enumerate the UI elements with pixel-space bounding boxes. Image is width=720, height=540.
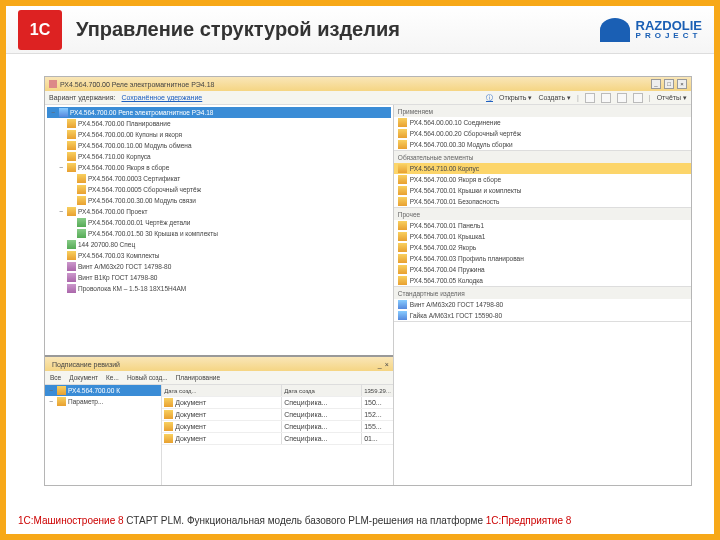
section-item[interactable]: РХ4.564.700.01 Панель1	[394, 220, 691, 231]
panel-tool[interactable]: Планирование	[174, 374, 222, 381]
grid-header: Дата созд...Дата созда1359.29...	[162, 385, 393, 397]
item-icon	[398, 243, 407, 252]
logo-1c	[18, 10, 62, 50]
section-item[interactable]: РХ4.564.700.04 Пружина	[394, 264, 691, 275]
tree-row[interactable]: РХ4.564.700.00.01 Чертёж детали	[47, 217, 391, 228]
maximize-button[interactable]: □	[664, 79, 674, 89]
tree-row[interactable]: РХ4.564.700.0005 Сборочный чертёж	[47, 184, 391, 195]
create-menu[interactable]: Создать ▾	[538, 94, 571, 102]
grid-row[interactable]: ДокументСпецифика...152...	[162, 409, 393, 421]
tree-row[interactable]: 144 20700.80 Спец	[47, 239, 391, 250]
tree-row[interactable]: РХ4.564.710.00 Корпуса	[47, 151, 391, 162]
razdolie-icon	[600, 18, 630, 42]
tree-row[interactable]: −РХ4.564.700.00 Проект	[47, 206, 391, 217]
section-item[interactable]: РХ4.564.700.01 Крышки и комплекты	[394, 185, 691, 196]
item-icon	[398, 118, 407, 127]
item-icon	[398, 276, 407, 285]
panel-tool[interactable]: Новый созд...	[125, 374, 170, 381]
section-item[interactable]: РХ4.564.00.00.20 Сборочный чертёж	[394, 128, 691, 139]
tree-row[interactable]: РХ4.564.700.0003 Сертификат	[47, 173, 391, 184]
logo-razdolie: RAZDOLIEPROJECT	[600, 18, 702, 42]
section-item[interactable]: Винт А/М63х20 ГОСТ 14798-80	[394, 299, 691, 310]
item-icon	[398, 221, 407, 230]
item-icon	[398, 197, 407, 206]
item-icon	[398, 265, 407, 274]
toolbar-link[interactable]: Сохранённое удержание	[122, 94, 203, 101]
open-menu[interactable]: Открыть ▾	[499, 94, 532, 102]
app-icon	[49, 80, 57, 88]
tree-row[interactable]: −РХ4.564.700.00 Якоря в сборе	[47, 162, 391, 173]
slide-title: Управление структурой изделия	[76, 18, 600, 41]
section-header: Прочее	[394, 208, 691, 220]
panel-tree-row[interactable]: −Параметр...	[45, 396, 161, 407]
folder-icon	[77, 174, 86, 183]
app-window: РХ4.564.700.00 Реле электромагнитное РЭ4…	[44, 76, 692, 486]
section-item[interactable]: РХ4.564.710.00 Корпус	[394, 163, 691, 174]
section-item[interactable]: Гайка А/М63х1 ГОСТ 15590-80	[394, 310, 691, 321]
grid-row[interactable]: ДокументСпецифика...01...	[162, 433, 393, 445]
section-item[interactable]: РХ4.564.700.01 Крышка1	[394, 231, 691, 242]
section-header: Обязательные элементы	[394, 151, 691, 163]
folder-icon	[67, 251, 76, 260]
reports-menu[interactable]: Отчёты ▾	[657, 94, 687, 102]
tool-icon[interactable]	[617, 93, 627, 103]
info-icon[interactable]: ⓘ	[486, 93, 493, 103]
minimize-button[interactable]: _	[651, 79, 661, 89]
tool-icon[interactable]	[633, 93, 643, 103]
toolbar-label: Вариант удержания:	[49, 94, 116, 101]
folder-icon	[67, 163, 76, 172]
item-icon	[398, 175, 407, 184]
item-icon	[398, 300, 407, 309]
item-icon	[398, 140, 407, 149]
panel-left-tree[interactable]: −РХ4.564.700.00 К−Параметр...	[45, 385, 162, 485]
window-title: РХ4.564.700.00 Реле электромагнитное РЭ4…	[60, 81, 648, 88]
folder-icon	[77, 185, 86, 194]
section-item[interactable]: РХ4.564.700.05 Колодка	[394, 275, 691, 286]
panel-toolbar: ВсеДокументКе...Новый созд...Планировани…	[45, 371, 393, 385]
structure-tree[interactable]: −РХ4.564.700.00 Реле электромагнитное РЭ…	[45, 105, 393, 355]
panel-tool[interactable]: Документ	[67, 374, 100, 381]
panel-tool[interactable]: Ке...	[104, 374, 121, 381]
tree-row[interactable]: Проволока КМ – 1.5-18 18Х15Н4АМ	[47, 283, 391, 294]
tool-icon[interactable]	[601, 93, 611, 103]
tool-icon[interactable]	[585, 93, 595, 103]
tree-row[interactable]: РХ4.564.700.00 Планирование	[47, 118, 391, 129]
section-header: Стандартные изделия	[394, 287, 691, 299]
panel-grid[interactable]: Дата созд...Дата созда1359.29... Докумен…	[162, 385, 393, 485]
folder-icon	[67, 130, 76, 139]
panel-close-button[interactable]: ×	[385, 361, 389, 368]
section-item[interactable]: РХ4.564.700.02 Якорь	[394, 242, 691, 253]
window-titlebar[interactable]: РХ4.564.700.00 Реле электромагнитное РЭ4…	[45, 77, 691, 91]
folder-icon	[67, 141, 76, 150]
section-item[interactable]: РХ4.564.700.00 Якоря в сборе	[394, 174, 691, 185]
item-icon	[398, 164, 407, 173]
tree-row[interactable]: Винт А/М63х20 ГОСТ 14798-80	[47, 261, 391, 272]
folder-icon	[67, 284, 76, 293]
section-item[interactable]: РХ4.564.00.00.10 Соединение	[394, 117, 691, 128]
section-item[interactable]: РХ4.564.700.00.30 Модуль сборки	[394, 139, 691, 150]
panel-min-button[interactable]: _	[378, 361, 382, 368]
close-button[interactable]: ×	[677, 79, 687, 89]
folder-icon	[67, 207, 76, 216]
tree-row[interactable]: РХ4.564.700.03 Комплекты	[47, 250, 391, 261]
folder-icon	[59, 108, 68, 117]
tree-row[interactable]: РХ4.564.700.01.50 30 Крышка и комплекты	[47, 228, 391, 239]
panel-tool[interactable]: Все	[48, 374, 63, 381]
panel-tree-row[interactable]: −РХ4.564.700.00 К	[45, 385, 161, 396]
tree-row[interactable]: РХ4.564.700.00.10.00 Модуль обмена	[47, 140, 391, 151]
folder-icon	[67, 119, 76, 128]
footer: 1С:Машиностроение 8 СТАРТ PLM. Функциона…	[18, 515, 702, 526]
folder-icon	[67, 262, 76, 271]
item-icon	[398, 129, 407, 138]
section-item[interactable]: РХ4.564.700.03 Профиль планирован	[394, 253, 691, 264]
tree-row[interactable]: РХ4.564.700.00.00 Купоны и якоря	[47, 129, 391, 140]
tree-row[interactable]: Винт В1Кр ГОСТ 14798-80	[47, 272, 391, 283]
grid-row[interactable]: ДокументСпецифика...155...	[162, 421, 393, 433]
folder-icon	[77, 218, 86, 227]
tree-row[interactable]: РХ4.564.700.00.30.00 Модуль связи	[47, 195, 391, 206]
section-item[interactable]: РХ4.564.700.01 Безопасность	[394, 196, 691, 207]
grid-row[interactable]: ДокументСпецифика...150...	[162, 397, 393, 409]
tree-row[interactable]: −РХ4.564.700.00 Реле электромагнитное РЭ…	[47, 107, 391, 118]
revisions-panel: Подписание ревизий _ × ВсеДокументКе...Н…	[45, 355, 393, 485]
folder-icon	[67, 152, 76, 161]
